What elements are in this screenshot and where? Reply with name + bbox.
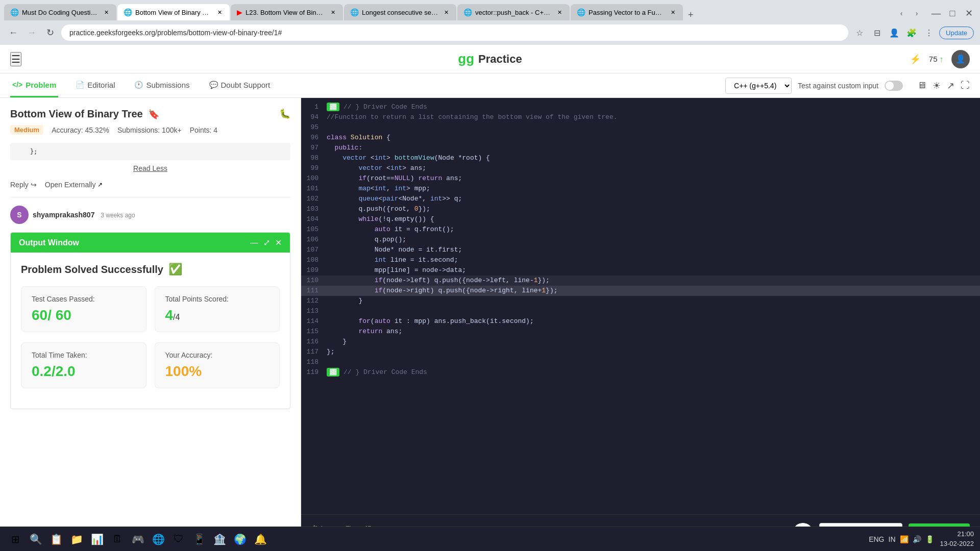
settings-icon[interactable]: ⋮ [922,26,936,40]
nav-editorial[interactable]: 📄 Editorial [74,73,117,97]
taskbar-app8-icon[interactable]: 🔔 [251,530,270,548]
code-panel: 1 ▓▓ // } Driver Code Ends 94 //Function… [301,98,980,551]
reply-link[interactable]: Reply [10,181,29,189]
tab-scroll-left[interactable]: ‹ [894,6,909,20]
divider [10,197,290,197]
read-less-btn[interactable]: Read Less [10,164,290,172]
gfg-header: ☰ gg Practice ⚡ 75 ↑ 👤 [0,45,980,73]
comment-actions: Reply ↪ Open Externally ↗ [10,181,290,189]
comment-user-row: S shyamprakash807 3 weeks ago [10,202,290,228]
code-line-107: 107 Node* node = it.first; [301,245,980,255]
tab-bar: 🌐 Must Do Coding Questions ✕ 🌐 Bottom Vi… [0,0,980,20]
open-externally-link[interactable]: Open Externally [45,181,96,189]
taskbar-app6-icon[interactable]: 🏦 [210,530,229,548]
bug-report-icon[interactable]: 🐛 [279,108,290,119]
monitor-icon[interactable]: 🖥 [917,80,926,91]
nav-doubt-support[interactable]: 💬 Doubt Support [207,73,273,97]
output-close-btn[interactable]: ✕ [275,238,282,247]
tab-pass-close-icon[interactable]: ✕ [669,8,677,16]
tab-longest-close-icon[interactable]: ✕ [442,8,450,16]
minimize-btn[interactable]: — [929,6,943,20]
taskbar-browser-icon[interactable]: 🌐 [149,530,167,548]
clock-date: 13-02-2022 [940,539,974,548]
taskbar-app7-icon[interactable]: 🌍 [231,530,249,548]
output-controls: — ⤢ ✕ [250,238,282,247]
tab-longest-favicon: 🌐 [350,8,359,16]
tab-passing[interactable]: 🌐 Passing Vector to a Functio... ✕ [571,4,683,20]
commenter-name: shyamprakash807 [33,211,94,219]
user-avatar[interactable]: 👤 [951,50,970,68]
taskbar-app2-icon[interactable]: 🗓 [108,530,127,548]
code-line-112: 112 } [301,296,980,306]
tab-close-active-icon[interactable]: ✕ [215,8,224,16]
language-dropdown[interactable]: C++ (g++5.4) [725,78,792,94]
extensions-icon[interactable]: 🧩 [904,26,919,40]
nav-problem[interactable]: </> Problem [10,73,58,97]
bookmark-star-icon[interactable]: ☆ [852,26,867,40]
tab-title: Must Do Coding Questions [22,9,99,16]
code-line-113: 113 [301,306,980,316]
code-line-101: 101 map<int, int> mpp; [301,184,980,194]
tab-close-icon[interactable]: ✕ [102,8,110,16]
address-bar-row: ← → ↻ ☆ ⊟ 👤 🧩 ⋮ Update [0,20,980,45]
accuracy-box: Your Accuracy: 100% [155,342,280,388]
tab-list-icon[interactable]: ⊟ [870,26,884,40]
stats-row-1: Test Cases Passed: 60/ 60 Total Points S… [21,286,280,332]
sub-nav: </> Problem 📄 Editorial 🕐 Submissions 💬 … [0,73,980,98]
tab-vec-close-icon[interactable]: ✕ [555,8,564,16]
code-editor[interactable]: 1 ▓▓ // } Driver Code Ends 94 //Function… [301,98,980,514]
file-explorer-icon[interactable]: 📁 [67,530,86,548]
task-view-icon[interactable]: 📋 [47,530,65,548]
windows-start-icon[interactable]: ⊞ [6,530,24,548]
maximize-btn[interactable]: □ [945,6,960,20]
taskbar-app1-icon[interactable]: 📊 [88,530,106,548]
new-tab-button[interactable]: + [684,10,698,20]
test-input-toggle[interactable] [885,81,903,91]
taskbar-app3-icon[interactable]: 🎮 [129,530,147,548]
code-line-97: 97 public: [301,143,980,153]
doubt-chat-icon: 💬 [209,81,218,89]
close-btn[interactable]: ✕ [962,6,976,20]
profile-icon[interactable]: 👤 [887,26,901,40]
taskbar-app4-icon[interactable]: 🛡 [169,530,188,548]
tab-longest-title: Longest consecutive seque... [362,9,439,16]
success-checkmark-icon: ✅ [168,263,182,276]
tab-scroll-right[interactable]: › [910,6,924,20]
address-input[interactable] [61,24,848,41]
problem-code-area: }; [10,143,290,160]
tab-favicon: 🌐 [10,8,19,16]
update-button[interactable]: Update [939,27,974,39]
sun-icon[interactable]: ☀ [933,80,941,91]
forward-button[interactable]: → [24,26,39,40]
search-taskbar-icon[interactable]: 🔍 [27,530,45,548]
editorial-label: Editorial [87,81,115,89]
test-input-label: Test against custom input [798,82,878,90]
volume-icon: 🔊 [913,535,921,543]
time-taken-value: 0.2/2.0 [32,363,136,380]
taskbar-app5-icon[interactable]: 📱 [190,530,208,548]
tab-favicon-active: 🌐 [124,8,132,16]
output-minimize-btn[interactable]: — [250,238,258,247]
code-line-94: 94 //Function to return a list containin… [301,112,980,122]
user-avatar-circle: S [10,206,29,224]
hamburger-menu[interactable]: ☰ [10,52,21,66]
reload-button[interactable]: ↻ [43,26,57,40]
tab-yt-close-icon[interactable]: ✕ [329,8,337,16]
nav-submissions[interactable]: 🕐 Submissions [132,73,191,97]
tab-youtube[interactable]: ▶ L23. Bottom View of Binary... ✕ [231,4,343,20]
submissions-label: Submissions [146,81,189,89]
code-line-111: 111 if(node->right) q.push({node->right,… [301,286,980,296]
tab-vec-favicon: 🌐 [463,8,472,16]
editorial-doc-icon: 📄 [76,81,84,89]
share-icon[interactable]: ↗ [947,80,954,91]
tab-bottom-view[interactable]: 🌐 Bottom View of Binary Tree ✕ [117,4,230,20]
back-button[interactable]: ← [6,26,20,40]
tab-longest[interactable]: 🌐 Longest consecutive seque... ✕ [344,4,456,20]
bookmark-icon[interactable]: 🔖 [148,109,159,120]
tab-vector[interactable]: 🌐 vector::push_back - C++ Re... ✕ [457,4,570,20]
success-title: Problem Solved Successfully ✅ [21,263,280,276]
output-expand-btn[interactable]: ⤢ [263,238,270,247]
code-line-102: 102 queue<pair<Node*, int>> q; [301,194,980,204]
tab-must-do[interactable]: 🌐 Must Do Coding Questions ✕ [4,4,116,20]
fullscreen-icon[interactable]: ⛶ [961,80,970,91]
